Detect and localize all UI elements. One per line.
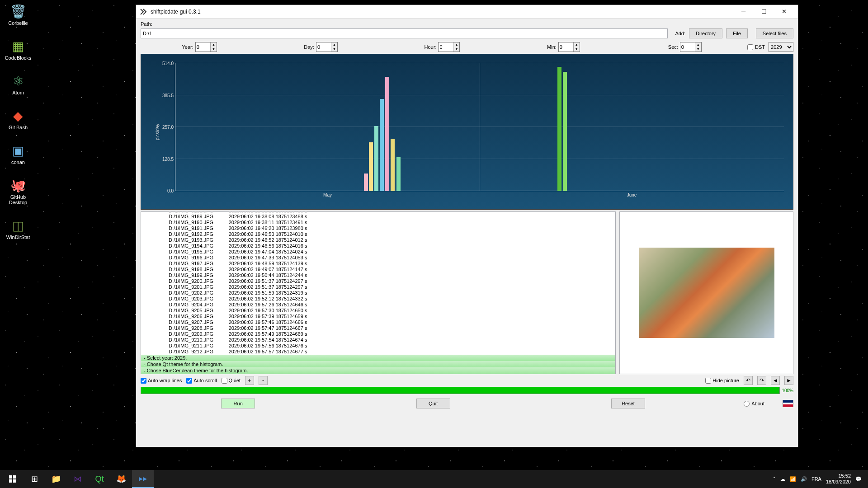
hide-picture-checkbox[interactable] [705, 378, 711, 384]
directory-button[interactable]: Directory [689, 28, 722, 38]
progress-percent: 100% [782, 388, 793, 393]
tray-wifi-icon[interactable]: 📶 [790, 476, 796, 482]
log-line: D:/1/IMG_9209.JPG 2029:06:02 19:57:49 18… [141, 331, 615, 337]
chart-ytick: 385.5 [162, 93, 175, 98]
log-line: D:/1/IMG_9204.JPG 2029:06:02 19:57:26 18… [141, 302, 615, 308]
reset-button[interactable]: Reset [611, 399, 645, 408]
tray-language[interactable]: FRA [811, 476, 821, 482]
quiet-checkbox[interactable] [222, 378, 227, 384]
close-button[interactable]: ✕ [774, 5, 794, 19]
log-line: D:/1/IMG_9205.JPG 2029:06:02 19:57:30 18… [141, 308, 615, 314]
chart-ytick: 514.0 [162, 61, 175, 66]
progress-row: 100% [141, 387, 793, 394]
about-radio[interactable] [744, 401, 750, 407]
log-line: D:/1/IMG_9201.JPG 2029:06:02 19:51:37 18… [141, 284, 615, 290]
quit-button[interactable]: Quit [416, 399, 450, 408]
chart-bar [364, 174, 368, 191]
path-label: Path: [141, 21, 152, 27]
select-files-button[interactable]: Select files [756, 28, 793, 38]
desktop-icon-corbeille[interactable]: 🗑️Corbeille [2, 2, 34, 26]
tray-chevron-icon[interactable]: ˄ [773, 476, 776, 482]
tray-notifications-icon[interactable]: 💬 [855, 476, 862, 482]
desktop-icon-windirstat[interactable]: ◫WinDirStat [2, 216, 34, 240]
chart-bar [396, 157, 401, 191]
dst-label: DST [755, 44, 765, 50]
auto-wrap-checkbox[interactable] [141, 378, 146, 384]
spin-up-icon[interactable]: ▲ [210, 42, 217, 47]
taskbar-explorer-icon[interactable]: 📁 [45, 470, 67, 488]
conan-icon: ▣ [9, 141, 27, 160]
desktop-icons: 🗑️Corbeille ▦CodeBlocks ⚛Atom ◆Git Bash … [2, 2, 34, 240]
log-line: D:/1/IMG_9210.JPG 2029:06:02 19:57:54 18… [141, 337, 615, 343]
chart-bar [391, 139, 395, 191]
svg-rect-2 [9, 479, 12, 483]
rotate-right-button[interactable]: ↷ [757, 376, 766, 385]
chart-bar [374, 126, 378, 191]
chart-ytick: 0.0 [167, 188, 175, 193]
file-button[interactable]: File [726, 28, 748, 38]
log-line: D:/1/IMG_9194.JPG 2029:06:02 19:46:56 18… [141, 243, 615, 249]
log-status-line: - Select year: 2029. [141, 355, 615, 361]
svg-rect-3 [13, 479, 16, 483]
log-line: D:/1/IMG_9191.JPG 2029:06:02 19:46:20 18… [141, 225, 615, 231]
path-input[interactable] [141, 28, 668, 38]
chart-bar [385, 77, 389, 191]
hour-spinner[interactable]: ▲▼ [438, 42, 460, 52]
log-line: D:/1/IMG_9195.JPG 2029:06:02 19:47:04 18… [141, 249, 615, 255]
desktop-icon-atom[interactable]: ⚛Atom [2, 72, 34, 95]
progress-bar [141, 387, 780, 394]
log-line: D:/1/IMG_9196.JPG 2029:06:02 19:47:33 18… [141, 255, 615, 261]
zoom-in-button[interactable]: + [245, 376, 254, 385]
dst-checkbox[interactable] [747, 44, 753, 50]
bottom-row: Run Quit Reset About [141, 396, 793, 411]
desktop-icon-conan[interactable]: ▣conan [2, 141, 34, 165]
maximize-button[interactable]: ☐ [754, 5, 774, 19]
app-window: shiftpicdate-gui 0.3.1 ─ ☐ ✕ Path: Add: … [136, 5, 798, 447]
desktop-icon-gitbash[interactable]: ◆Git Bash [2, 107, 34, 130]
log-line: D:/1/IMG_9197.JPG 2029:06:02 19:48:59 18… [141, 261, 615, 267]
year-select[interactable]: 2029 [769, 42, 793, 52]
tray-volume-icon[interactable]: 🔊 [801, 476, 807, 482]
min-spinner[interactable]: ▲▼ [558, 42, 580, 52]
taskbar-qt-icon[interactable]: Qt [89, 470, 110, 488]
log-line: D:/1/IMG_9193.JPG 2029:06:02 19:46:52 18… [141, 237, 615, 243]
day-spinner[interactable]: ▲▼ [316, 42, 338, 52]
windirstat-icon: ◫ [9, 216, 27, 235]
desktop-icon-github[interactable]: 🐙GitHub Desktop [2, 176, 34, 205]
options-row: Auto wrap lines Auto scroll Quiet + - Hi… [141, 376, 793, 385]
titlebar[interactable]: shiftpicdate-gui 0.3.1 ─ ☐ ✕ [136, 5, 798, 19]
log-panel[interactable]: D:/1/IMG_9188.JPG 2029:06:02 19:38:08 18… [141, 211, 616, 374]
hour-label: Hour: [425, 44, 437, 50]
language-flag-icon[interactable] [783, 400, 793, 407]
github-icon: 🐙 [9, 176, 27, 194]
gitbash-icon: ◆ [9, 107, 27, 125]
window-title: shiftpicdate-gui 0.3.1 [151, 9, 733, 15]
log-line: D:/1/IMG_9203.JPG 2029:06:02 19:52:12 18… [141, 296, 615, 302]
tray-onedrive-icon[interactable]: ☁ [780, 476, 785, 482]
tray-clock[interactable]: 15:52 18/09/2020 [826, 473, 851, 485]
rotate-left-button[interactable]: ↶ [744, 376, 753, 385]
minimize-button[interactable]: ─ [733, 5, 754, 19]
min-label: Min: [547, 44, 557, 50]
start-button[interactable] [2, 470, 24, 488]
log-line: D:/1/IMG_9211.JPG 2029:06:02 19:57:56 18… [141, 343, 615, 349]
auto-scroll-checkbox[interactable] [186, 378, 192, 384]
desktop-icon-codeblocks[interactable]: ▦CodeBlocks [2, 37, 34, 61]
chart-ytick: 257.0 [162, 125, 175, 130]
path-row: Path: [141, 21, 793, 27]
taskbar-vscode-icon[interactable]: ⋈ [67, 470, 89, 488]
run-button[interactable]: Run [221, 399, 255, 408]
taskbar-firefox-icon[interactable]: 🦊 [110, 470, 132, 488]
log-line: D:/1/IMG_9212.JPG 2029:06:02 19:57:57 18… [141, 349, 615, 355]
spin-down-icon[interactable]: ▼ [210, 47, 217, 52]
next-image-button[interactable]: ► [784, 376, 793, 385]
chart-ylabel: pics/day [155, 123, 160, 140]
task-view-button[interactable]: ⊞ [24, 470, 45, 488]
atom-icon: ⚛ [9, 72, 27, 90]
year-spinner[interactable]: ▲▼ [195, 42, 217, 52]
taskbar-app-icon[interactable]: ▸▸ [132, 470, 154, 488]
zoom-out-button[interactable]: - [259, 376, 268, 385]
prev-image-button[interactable]: ◄ [771, 376, 780, 385]
sec-spinner[interactable]: ▲▼ [680, 42, 702, 52]
chart-xtick: June [627, 192, 637, 197]
